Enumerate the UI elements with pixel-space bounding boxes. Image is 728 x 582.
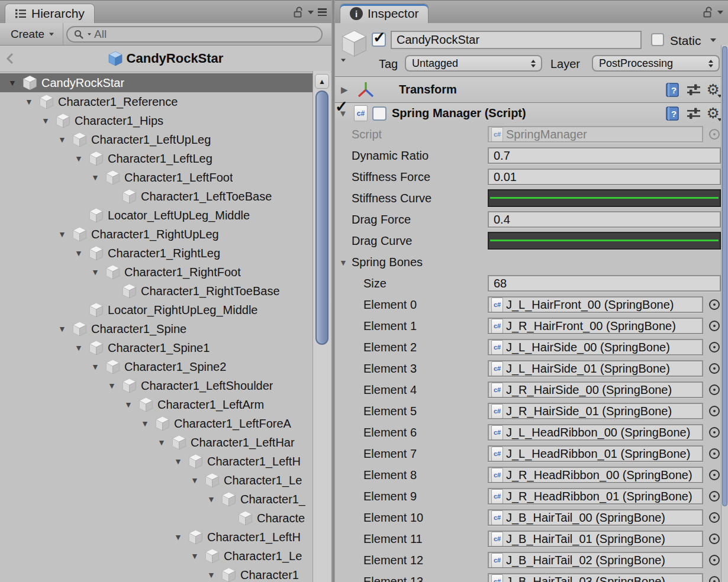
property-label[interactable]: Stiffness Force [352,170,430,184]
object-reference-field[interactable]: c# J_R_HairFront_00 (SpringBone) [488,318,703,334]
hierarchy-tree-item[interactable]: Locator_LeftUpLeg_Middle [0,206,313,225]
object-picker-icon[interactable] [709,576,720,582]
hierarchy-tree-item[interactable]: ▼ Character1_LeftShoulder [0,376,313,395]
object-reference-field[interactable]: c# J_R_HairSide_00 (SpringBone) [488,381,703,398]
search-filter-triangle-icon[interactable] [88,33,91,35]
static-dropdown-triangle-icon[interactable] [710,38,716,42]
panel-menu-icon[interactable] [318,8,327,16]
foldout-arrow-icon[interactable]: ▼ [7,78,22,88]
scrollbar-thumb[interactable] [315,90,328,345]
object-picker-icon[interactable] [709,470,720,480]
object-reference-field[interactable]: c# J_L_HeadRibbon_00 (SpringBone) [488,424,703,441]
search-input[interactable]: All [66,26,323,43]
foldout-arrow-icon[interactable]: ▼ [73,248,89,258]
foldout-arrow-icon[interactable]: ▼ [339,258,347,267]
foldout-arrow-icon[interactable]: ▼ [73,343,89,353]
foldout-arrow-icon[interactable]: ▼ [24,97,39,106]
hierarchy-tree-item[interactable]: ▼ Character1_LeftForeA [0,414,313,433]
presets-icon[interactable] [686,106,701,121]
lock-icon[interactable] [294,6,304,18]
inspector-scrollbar[interactable] [721,45,728,582]
object-picker-icon[interactable] [709,299,720,310]
object-picker-icon[interactable] [709,342,720,353]
layer-dropdown[interactable]: PostProcessing [592,55,720,72]
foldout-arrow-icon[interactable]: ▼ [123,400,138,409]
hierarchy-tree-item[interactable]: ▼ Character1_Le [0,471,313,490]
property-label[interactable]: Dynamic Ratio [352,149,429,163]
object-reference-field[interactable]: c# J_B_HairTail_02 (SpringBone) [488,552,703,568]
hierarchy-tree-item[interactable]: ▼ CandyRockStar [0,73,313,92]
object-reference-field[interactable]: c# J_B_HairTail_01 (SpringBone) [488,531,703,547]
hierarchy-tree-item[interactable]: ▼ Character1_Spine [0,319,313,338]
hierarchy-tree-item[interactable]: ▼ Character1_LeftH [0,528,313,547]
object-reference-field[interactable]: c# J_R_HeadRibbon_01 (SpringBone) [488,488,703,505]
hierarchy-tree-item[interactable]: ▼ Character1_LeftLeg [0,149,313,168]
curve-field[interactable] [488,189,721,207]
hierarchy-tree-item[interactable]: ▼ Character1_ [0,490,313,509]
object-picker-icon[interactable] [709,512,720,523]
tab-inspector[interactable]: i Inspector [340,4,429,23]
hierarchy-tree-item[interactable]: ▼ Character1_Hips [0,111,313,130]
hierarchy-tree-item[interactable]: ▼ Character1_RightUpLeg [0,225,313,244]
hierarchy-tree-item[interactable]: Character1_RightToeBase [0,282,313,300]
foldout-arrow-icon[interactable]: ▼ [90,173,105,182]
gear-icon[interactable]: ⚙ [707,106,720,121]
property-value-field[interactable]: 0.4 [488,211,721,228]
object-reference-field[interactable]: c# J_L_HairSide_01 (SpringBone) [488,360,703,377]
property-label[interactable]: Size [363,277,386,290]
hierarchy-tree-item[interactable]: ▼ Character1 [0,565,313,582]
scrollbar-thumb[interactable] [722,46,727,506]
hierarchy-tree-item[interactable]: Characte [0,509,313,528]
foldout-arrow-icon[interactable]: ▼ [90,267,105,277]
hierarchy-tree-item[interactable]: ▼ Character1_LeftUpLeg [0,130,313,149]
foldout-arrow-icon[interactable]: ▼ [57,135,72,144]
hierarchy-tree-item[interactable]: ▼ Character1_RightLeg [0,244,313,263]
gameobject-name-field[interactable] [391,31,642,49]
foldout-arrow-icon[interactable]: ▼ [73,154,89,163]
dropdown-triangle-icon[interactable] [308,11,314,14]
object-picker-icon[interactable] [709,491,720,502]
foldout-arrow-icon[interactable]: ▼ [107,381,122,390]
foldout-arrow-icon[interactable]: ▼ [189,551,205,561]
hierarchy-tree-item[interactable]: ▼ Character1_LeftH [0,452,313,471]
object-reference-field[interactable]: c# J_B_HairTail_00 (SpringBone) [488,509,703,526]
object-picker-icon[interactable] [709,384,720,395]
spring-manager-component-header[interactable]: ▼ c# ✓ Spring Manager (Script) ? ⚙ [335,102,728,124]
hierarchy-tree-item[interactable]: ▼ Character1_LeftArm [0,395,313,414]
hierarchy-tree-item[interactable]: ▼ Character1_LeftFoot [0,168,313,187]
foldout-arrow-icon[interactable]: ▼ [57,324,72,334]
tag-dropdown[interactable]: Untagged [405,55,542,72]
hierarchy-tree-item[interactable]: ▼ Character1_Spine1 [0,338,313,357]
hierarchy-tree-item[interactable]: ▼ Character1_LeftHar [0,433,313,452]
property-value-field[interactable]: 0.7 [488,147,721,164]
foldout-arrow-icon[interactable]: ▼ [206,570,221,580]
foldout-row[interactable]: ▼ Spring Bones [335,251,728,273]
active-checkbox[interactable]: ✓ [372,33,386,47]
scroll-up-button[interactable]: ▲ [315,74,329,89]
object-picker-icon[interactable] [709,448,720,459]
object-reference-field[interactable]: c# J_L_HeadRibbon_01 (SpringBone) [488,445,703,462]
panel-menu-triangle-icon[interactable] [717,11,723,14]
foldout-arrow-icon[interactable]: ▼ [57,229,72,239]
object-reference-field[interactable]: c# J_R_HairSide_01 (SpringBone) [488,403,703,419]
gear-icon[interactable]: ⚙ [707,82,720,97]
property-value-field[interactable]: 68 [488,275,721,292]
static-checkbox[interactable]: ✓ [651,33,664,46]
hierarchy-tree-item[interactable]: Locator_RightUpLeg_Middle [0,300,313,319]
object-picker-icon[interactable] [709,427,720,438]
lock-icon[interactable] [703,6,713,18]
object-reference-field[interactable]: c# J_B_HairTail_03 (SpringBone) [488,573,703,582]
object-reference-field[interactable]: c# J_L_HairFront_00 (SpringBone) [488,296,703,313]
object-picker-icon[interactable] [709,321,720,331]
presets-icon[interactable] [686,83,701,97]
foldout-arrow-icon[interactable]: ▼ [173,532,188,542]
hierarchy-tree-item[interactable]: ▼ Character1_Spine2 [0,357,313,376]
object-picker-icon[interactable] [709,534,720,544]
hierarchy-tree-item[interactable]: ▼ Character1_RightFoot [0,263,313,282]
foldout-arrow-icon[interactable]: ▼ [90,362,105,371]
object-picker-icon[interactable] [709,363,720,374]
hierarchy-scrollbar[interactable]: ▲ [313,71,331,582]
foldout-arrow-icon[interactable]: ▼ [173,457,188,466]
help-icon[interactable]: ? [664,82,681,98]
object-reference-field[interactable]: c# J_L_HairSide_00 (SpringBone) [488,339,703,355]
